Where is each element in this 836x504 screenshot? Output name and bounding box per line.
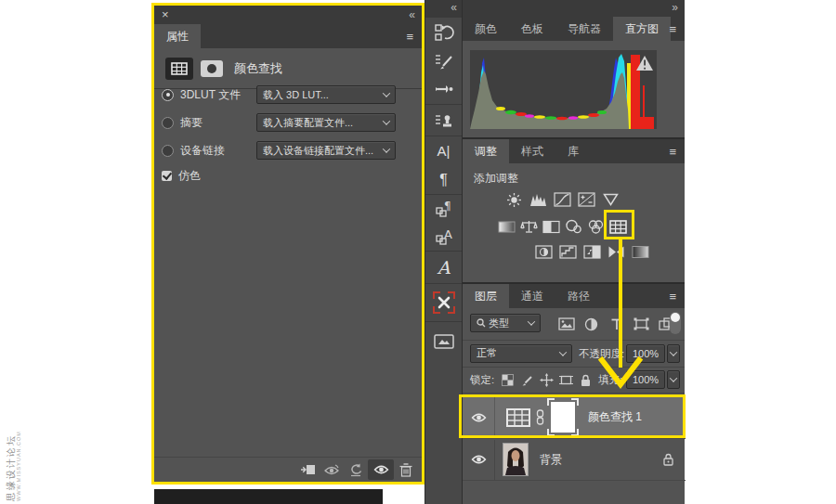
layers-tabbar: 图层 通道 路径 ≡ — [463, 284, 685, 308]
histogram-body — [463, 41, 685, 137]
close-icon[interactable]: × — [162, 7, 169, 21]
history-icon[interactable] — [425, 18, 462, 46]
exposure-icon[interactable] — [574, 189, 598, 210]
clip-to-layer-icon[interactable] — [295, 459, 320, 480]
tab-histogram[interactable]: 直方图 — [613, 17, 671, 41]
dropdown-value: 载入设备链接配置文件... — [263, 144, 378, 158]
collapse-panel-icon[interactable]: « — [409, 8, 414, 21]
watermark-site: 思缘设计论坛 — [6, 431, 16, 501]
levels-icon[interactable] — [526, 189, 550, 210]
lock-transparency-icon[interactable] — [498, 371, 517, 389]
panel-menu-icon[interactable]: ≡ — [406, 30, 414, 44]
filter-image-icon[interactable] — [554, 314, 579, 334]
histogram-tabbar: 颜色 色板 导航器 直方图 ≡ — [463, 17, 685, 41]
blend-mode-value: 正常 — [477, 346, 555, 360]
hue-saturation-icon[interactable] — [495, 215, 517, 238]
tab-adjustments[interactable]: 调整 — [463, 139, 509, 163]
background-layer-thumbnail[interactable] — [503, 443, 529, 476]
adjustment-title: 颜色查找 — [234, 60, 282, 77]
reset-icon[interactable] — [344, 459, 368, 480]
tab-channels[interactable]: 通道 — [509, 284, 555, 308]
layer-row-background[interactable]: 背景 — [463, 438, 686, 481]
lock-all-icon[interactable] — [576, 371, 595, 389]
expand-dock-icon[interactable]: » — [672, 1, 677, 14]
tab-navigator[interactable]: 导航器 — [555, 17, 613, 41]
highlight-color-lookup-box — [604, 210, 634, 239]
radio-abstract[interactable] — [162, 117, 174, 129]
photoshop-workspace: 思缘设计论坛 WWW.MISSYUAN.COM × « 属性 ≡ 颜色查找 — [0, 0, 836, 504]
character-styles-icon[interactable]: A — [425, 223, 462, 251]
dither-row: 仿色 — [154, 165, 422, 186]
chevron-down-icon — [670, 348, 677, 355]
x-corners-icon[interactable] — [425, 284, 462, 321]
posterize-icon[interactable] — [555, 241, 580, 262]
tab-properties[interactable]: 属性 — [154, 24, 201, 48]
blend-mode-select[interactable]: 正常 — [470, 344, 572, 363]
invert-icon[interactable] — [531, 241, 555, 262]
tab-color[interactable]: 颜色 — [463, 17, 509, 41]
panel-menu-icon[interactable]: ≡ — [669, 22, 677, 36]
character-panel-icon[interactable]: A| — [425, 136, 462, 165]
black-white-icon[interactable] — [540, 215, 562, 238]
adjustment-row-1 — [502, 189, 622, 210]
panel-menu-icon[interactable]: ≡ — [669, 145, 677, 159]
dither-label: 仿色 — [178, 168, 201, 184]
properties-footer — [154, 457, 422, 482]
dropdown-abstract[interactable]: 载入摘要配置文件... — [256, 113, 396, 132]
opacity-dropdown-button[interactable] — [667, 344, 680, 363]
dropdown-value: 载入 3D LUT... — [263, 88, 378, 102]
brush-settings-icon[interactable] — [425, 46, 462, 75]
fill-dropdown-button[interactable] — [667, 370, 680, 389]
lock-row: 锁定: 填充: 100% — [463, 368, 685, 394]
photo-filter-icon[interactable] — [562, 215, 584, 238]
dither-checkbox[interactable] — [162, 171, 172, 181]
add-adjustment-label: 添加调整 — [463, 163, 685, 190]
lock-image-icon[interactable] — [517, 371, 537, 389]
layer-filter-select[interactable]: 类型 — [470, 314, 541, 332]
dropdown-3dlut[interactable]: 载入 3D LUT... — [256, 85, 396, 104]
properties-content: 颜色查找 3DLUT 文件 载入 3D LUT... 摘要 载入摘要配置文件..… — [154, 48, 422, 482]
radio-device-link[interactable] — [162, 145, 174, 157]
layer-filter-row: 类型 — [463, 308, 685, 341]
option-row-device-link: 设备链接 载入设备链接配置文件... — [154, 137, 422, 163]
layer-name: 背景 — [540, 452, 562, 468]
curves-icon[interactable] — [550, 189, 574, 210]
brightness-contrast-icon[interactable] — [502, 189, 526, 210]
adjustments-body: 添加调整 — [463, 163, 685, 282]
filter-type-label: 类型 — [489, 317, 523, 330]
clone-source-icon[interactable] — [425, 105, 462, 136]
radio-3dlut[interactable] — [162, 89, 174, 101]
search-icon — [477, 318, 486, 328]
panel-menu-icon[interactable]: ≡ — [669, 290, 677, 304]
tab-layers[interactable]: 图层 — [463, 284, 509, 308]
svg-text:¶: ¶ — [444, 200, 451, 213]
chevron-down-icon — [383, 89, 390, 97]
filter-toggle[interactable] — [670, 312, 683, 336]
lock-position-icon[interactable] — [537, 371, 556, 389]
visibility-eye-icon[interactable] — [368, 459, 394, 480]
view-previous-state-icon[interactable] — [320, 459, 344, 480]
tab-swatches[interactable]: 色板 — [509, 17, 555, 41]
libraries-icon[interactable] — [425, 322, 462, 359]
histogram-graph — [470, 50, 657, 129]
tab-libraries[interactable]: 库 — [555, 139, 591, 163]
chevron-down-icon — [383, 145, 390, 152]
properties-titlebar: × « — [154, 6, 422, 24]
delete-trash-icon[interactable] — [394, 459, 418, 480]
watermark-url: WWW.MISSYUAN.COM — [16, 431, 21, 501]
lock-label: 锁定: — [470, 373, 494, 387]
highlight-arrow — [594, 238, 647, 395]
brushes-icon[interactable] — [425, 75, 462, 104]
paragraph-panel-icon[interactable]: ¶ — [425, 165, 462, 194]
paragraph-styles-icon[interactable]: ¶ — [425, 195, 462, 223]
dock-titlebar: » — [463, 0, 685, 17]
adjustments-tabbar: 调整 样式 库 ≡ — [463, 139, 685, 163]
dropdown-device-link[interactable]: 载入设备链接配置文件... — [256, 141, 396, 160]
collapse-strip-icon[interactable]: « — [451, 1, 456, 14]
tab-styles[interactable]: 样式 — [509, 139, 555, 163]
color-balance-icon[interactable] — [517, 215, 540, 238]
lock-artboard-icon[interactable] — [556, 371, 576, 389]
vibrance-icon[interactable] — [598, 189, 622, 210]
glyphs-icon[interactable]: A — [425, 252, 462, 283]
layer-visibility-eye-icon[interactable] — [463, 440, 495, 480]
